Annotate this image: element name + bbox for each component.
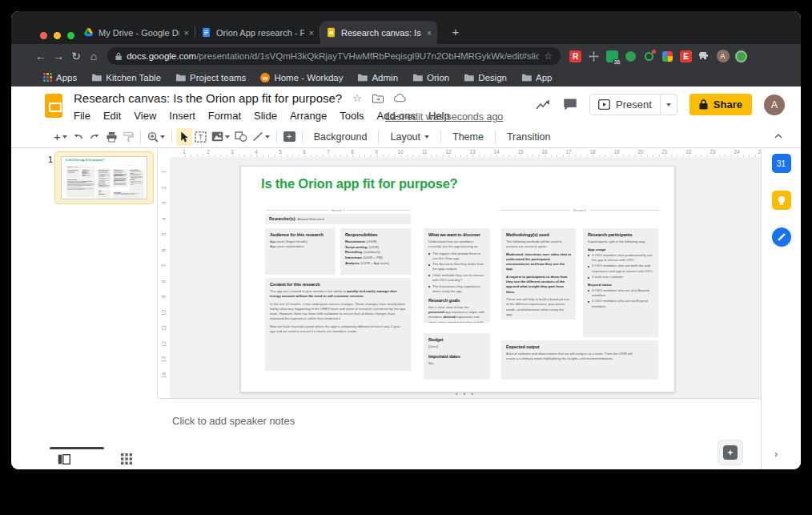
filmstrip-view-button[interactable] — [57, 452, 71, 466]
slide-canvas[interactable]: Is the Orion app fit for purpose? Sectio… — [170, 157, 761, 398]
browser-profile-avatar[interactable]: A — [716, 50, 730, 63]
transition-button[interactable]: Transition — [500, 131, 557, 143]
collapse-toolbar-icon[interactable] — [774, 131, 783, 141]
keep-icon[interactable] — [771, 190, 792, 211]
participants-card[interactable]: Research participants 6 participants spl… — [583, 228, 658, 337]
move-folder-icon[interactable] — [372, 94, 384, 103]
researcher-bar[interactable]: Researcher(s): Ahmed Mohamed — [66, 167, 95, 169]
section-1-divider[interactable]: Section 1 — [265, 207, 411, 213]
tab-research-canvas[interactable]: Research canvas: Is the Orion × — [320, 21, 437, 44]
back-button[interactable]: ← — [32, 47, 50, 65]
bookmark-apps[interactable]: Apps — [43, 73, 77, 82]
budget-card[interactable]: Budget [£nnn] Important dates N/a — [424, 333, 490, 380]
participants-card[interactable]: Research participants 6 participants spl… — [129, 169, 144, 191]
researcher-bar[interactable]: Researcher(s): Ahmed Mohamed — [265, 214, 411, 224]
bookmark-app[interactable]: App — [521, 73, 552, 82]
extension-green-chat-icon[interactable]: 36 — [605, 50, 619, 63]
methodology-card[interactable]: Methodology(s) used The following method… — [501, 228, 576, 320]
insert-placeholder-button[interactable]: + — [281, 128, 298, 146]
expected-output-card[interactable]: Expected output A list of verbatim and o… — [501, 340, 658, 380]
bookmark-orion[interactable]: Orion — [412, 73, 449, 82]
tasks-icon[interactable] — [771, 227, 792, 247]
share-button[interactable]: Share — [689, 94, 752, 115]
bookmark-kitchen-table[interactable]: Kitchen Table — [91, 73, 161, 82]
present-dropdown-button[interactable] — [660, 95, 677, 115]
theme-button[interactable]: Theme — [445, 131, 491, 143]
tab-close-icon[interactable]: × — [309, 28, 314, 38]
bookmark-project-teams[interactable]: Project teams — [175, 73, 246, 82]
undo-button[interactable] — [70, 128, 86, 146]
extension-colorful-icon[interactable] — [661, 50, 674, 63]
menu-item[interactable]: Tools — [340, 110, 364, 122]
grid-view-button[interactable] — [119, 452, 134, 466]
text-box-tool-button[interactable]: T — [192, 128, 209, 146]
browser-menu-icon[interactable] — [734, 50, 748, 63]
budget-card[interactable]: Budget [£nnn] Important dates N/a — [98, 190, 111, 199]
menu-item[interactable]: Slide — [254, 110, 277, 122]
document-title[interactable]: Research canvas: Is the Orion app fit fo… — [74, 91, 342, 105]
menu-item[interactable]: Edit — [103, 110, 121, 122]
slides-logo-icon[interactable] — [45, 94, 62, 118]
zoom-window-button[interactable] — [67, 32, 74, 39]
cloud-status-icon[interactable] — [394, 94, 406, 103]
minimize-window-button[interactable] — [54, 32, 61, 39]
close-window-button[interactable] — [40, 32, 47, 39]
new-tab-button[interactable]: + — [448, 24, 464, 40]
menu-item[interactable]: View — [134, 110, 156, 122]
discover-card[interactable]: What we want to discover Understand how … — [98, 169, 111, 187]
slide-thumbnail[interactable]: Is the Orion app fit for purpose? Sectio… — [54, 151, 154, 204]
account-avatar[interactable]: A — [764, 95, 785, 115]
new-slide-button[interactable]: + — [51, 128, 70, 146]
responsibilities-card[interactable]: Responsibilities Recruitment: [UX/R]Scri… — [81, 169, 94, 178]
paint-format-button[interactable] — [120, 128, 136, 146]
menu-item[interactable]: File — [74, 110, 90, 122]
reload-button[interactable]: ↻ — [67, 47, 85, 65]
speaker-notes[interactable]: Click to add speaker notes — [158, 398, 761, 450]
discover-card[interactable]: What we want to discover Understand how … — [424, 228, 490, 323]
tab-orion-doc[interactable]: Orion App research - February × — [195, 21, 320, 44]
activity-icon[interactable] — [535, 99, 551, 111]
extensions-puzzle-icon[interactable] — [697, 50, 711, 63]
context-card[interactable]: Context for this research The app was cr… — [265, 278, 411, 371]
print-button[interactable] — [103, 128, 120, 146]
redo-button[interactable] — [86, 128, 103, 146]
slide-title[interactable]: Is the Orion app fit for purpose? — [66, 159, 104, 162]
context-card[interactable]: Context for this research The app was cr… — [66, 179, 95, 197]
menu-item[interactable]: Arrange — [290, 110, 327, 122]
tab-close-icon[interactable]: × — [184, 28, 189, 38]
bookmark-design[interactable]: Design — [464, 73, 507, 82]
last-edit-status[interactable]: Last edit was seconds ago — [385, 111, 503, 123]
layout-button[interactable]: Layout — [383, 131, 436, 143]
star-document-icon[interactable]: ☆ — [352, 92, 362, 104]
slide-page[interactable]: Is the Orion app fit for purpose? Sectio… — [240, 166, 675, 392]
notes-resize-handle[interactable]: • • • — [456, 390, 475, 398]
chevron-right-icon[interactable]: › — [774, 448, 778, 460]
extension-r-icon[interactable]: R — [569, 50, 582, 63]
bookmark-star-icon[interactable]: ☆ — [544, 50, 553, 62]
tab-my-drive[interactable]: My Drive - Google Drive × — [78, 21, 195, 44]
audience-card[interactable]: Audience for this research App team (Sup… — [265, 228, 336, 275]
calendar-icon[interactable]: 31 — [771, 153, 792, 174]
menu-item[interactable]: Format — [208, 110, 241, 122]
home-button[interactable]: ⌂ — [85, 47, 103, 65]
extension-c-ring-icon[interactable] — [642, 50, 656, 63]
insert-shape-button[interactable] — [232, 128, 250, 146]
slide-title[interactable]: Is the Orion app fit for purpose? — [261, 176, 457, 191]
responsibilities-card[interactable]: Responsibilities Recruitment: [UX/R]Scri… — [340, 228, 411, 275]
section-2-divider[interactable]: Section 2 — [501, 207, 658, 213]
slide-page[interactable]: Is the Orion app fit for purpose? Sectio… — [62, 157, 147, 199]
expected-output-card[interactable]: Expected output A list of verbatim and o… — [113, 191, 144, 199]
comment-icon[interactable] — [563, 98, 577, 111]
insert-line-button[interactable] — [250, 128, 272, 146]
filmstrip-scroll-indicator[interactable] — [50, 447, 104, 449]
insert-image-button[interactable] — [209, 128, 232, 146]
menu-item[interactable]: Insert — [169, 110, 195, 122]
url-field[interactable]: docs.google.com/presentation/d/1sVQmH3kQ… — [107, 47, 561, 65]
present-button[interactable]: Present — [590, 99, 660, 111]
forward-button[interactable]: → — [50, 47, 67, 65]
tab-close-icon[interactable]: × — [427, 28, 432, 38]
explore-button[interactable] — [718, 440, 743, 465]
zoom-button[interactable] — [145, 128, 167, 146]
bookmark-admin[interactable]: Admin — [357, 73, 398, 82]
extension-green-dot-icon[interactable] — [624, 50, 637, 63]
